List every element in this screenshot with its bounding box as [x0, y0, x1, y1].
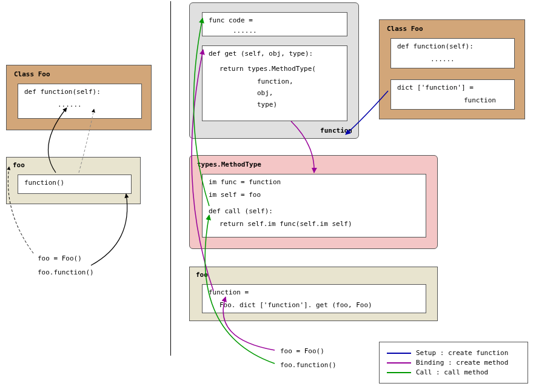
legend-box: Setup : create function Binding : create…: [379, 342, 528, 384]
legend-binding-line: [387, 362, 411, 364]
function-label: function: [320, 127, 352, 135]
legend-call-line: [387, 372, 411, 373]
left-classfoo-inner: def function(self): ......: [18, 84, 142, 119]
methodtype-l3: def call (self):: [209, 207, 420, 215]
function-get-inner: def get (self, obj, type): return types.…: [202, 45, 347, 121]
legend-call-row: Call : call method: [387, 368, 520, 376]
left-classfoo-code: def function(self):: [24, 88, 135, 96]
legend-binding-row: Binding : create method: [387, 359, 520, 367]
right-foo-l1: function =: [209, 288, 420, 296]
right-foo-box: foo function = Foo. dict ['function']. g…: [189, 267, 438, 321]
function-funccode-inner: func code = ......: [202, 12, 347, 36]
right-call-l1: foo = Foo(): [280, 347, 324, 355]
right-classfoo-inner2: dict ['function'] = function: [390, 79, 515, 110]
function-arg3: type): [257, 101, 341, 108]
right-classfoo-dictval: function: [464, 96, 508, 104]
right-foo-inner: function = Foo. dict ['function']. get (…: [202, 284, 426, 313]
legend-setup-row: Setup : create function: [387, 349, 520, 357]
left-classfoo-dots: ......: [58, 101, 135, 108]
methodtype-l1: im func = function: [209, 178, 420, 186]
legend-binding-text: Binding : create method: [416, 359, 508, 367]
right-classfoo-title: Class Foo: [387, 25, 423, 33]
right-classfoo-dots: ......: [430, 55, 508, 63]
right-foo-l2: Foo. dict ['function']. get (foo, Foo): [219, 301, 420, 309]
left-call-l2: foo.function(): [38, 268, 94, 276]
left-foo-code: function(): [24, 179, 125, 187]
left-foo-inner: function(): [18, 174, 132, 194]
left-classfoo-box: Class Foo def function(self): ......: [6, 65, 152, 130]
function-retline: return types.MethodType(: [219, 65, 341, 73]
function-arg2: obj,: [257, 89, 341, 97]
legend-setup-line: [387, 353, 411, 354]
right-classfoo-inner1: def function(self): ......: [390, 38, 515, 68]
methodtype-l2: im self = foo: [209, 191, 420, 199]
left-call-l1: foo = Foo(): [38, 254, 82, 262]
function-arg1: function,: [257, 78, 341, 85]
methodtype-title: types.MethodType: [197, 161, 261, 168]
methodtype-inner: im func = function im self = foo def cal…: [202, 174, 426, 238]
function-box: func code = ...... def get (self, obj, t…: [189, 2, 359, 139]
right-classfoo-code: def function(self):: [397, 42, 508, 50]
left-foo-title: foo: [13, 161, 25, 169]
left-foo-box: foo function(): [6, 157, 141, 204]
function-funcdots: ......: [233, 27, 341, 35]
legend-call-text: Call : call method: [416, 368, 488, 376]
right-foo-title: foo: [196, 271, 208, 279]
right-classfoo-dictline: dict ['function'] =: [397, 84, 508, 91]
methodtype-l4: return self.im func(self.im self): [219, 220, 420, 228]
left-classfoo-title: Class Foo: [14, 70, 50, 78]
function-getline: def get (self, obj, type):: [209, 50, 341, 58]
function-funccode: func code =: [209, 16, 341, 24]
legend-setup-text: Setup : create function: [416, 349, 508, 357]
methodtype-box: types.MethodType im func = function im s…: [189, 155, 438, 249]
vertical-divider: [170, 1, 171, 356]
right-call-l2: foo.function(): [280, 361, 337, 369]
right-classfoo-box: Class Foo def function(self): ...... dic…: [379, 19, 525, 119]
